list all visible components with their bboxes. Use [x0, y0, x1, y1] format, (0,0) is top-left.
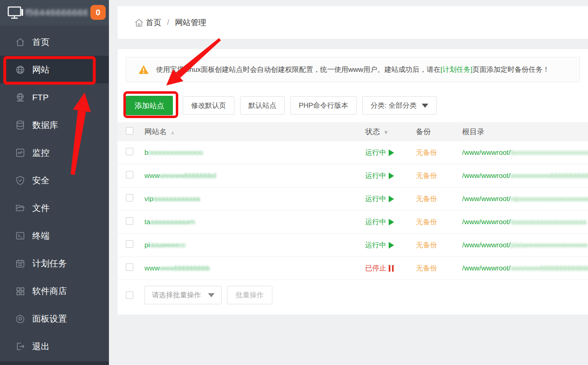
backup-link[interactable]: 无备份 — [416, 240, 462, 250]
row-checkbox[interactable] — [126, 194, 133, 201]
table-row: taaaaaaaaaaam 运行中 无备份 /www/wwwroot/taaaa… — [118, 211, 588, 234]
cron-tasks-link[interactable]: [计划任务] — [440, 66, 472, 73]
sidebar-item-files[interactable]: 文件 — [0, 194, 109, 222]
sidebar: f56446666666666 0 首页 网站 FTP 数据库 — [0, 0, 109, 365]
batch-actions-bar: 请选择批量操作 批量操作 — [126, 286, 588, 304]
warning-triangle-icon — [138, 65, 149, 75]
breadcrumb-separator: / — [167, 18, 169, 27]
sidebar-item-cron[interactable]: 计划任务 — [0, 249, 109, 277]
root-dir-link[interactable]: /www/wwwroot/taaaaaaaaaaaaaaaaaaa — [462, 218, 588, 226]
main-area: 首页 / 网站管理 使用宝塔Linux面板创建站点时会自动创建权限配置，统一使用… — [118, 0, 588, 365]
status-stopped[interactable]: 已停止 — [365, 263, 394, 273]
database-icon — [15, 120, 25, 130]
category-filter-dropdown[interactable]: 分类: 全部分类 — [362, 96, 437, 115]
root-dir-link[interactable]: /www/wwwroot/wwwwwwwwbbbbbbbbbbbbb — [462, 172, 588, 180]
breadcrumb: 首页 / 网站管理 — [118, 6, 588, 39]
sidebar-footer — [0, 361, 109, 365]
table-row: vipaaaaaaaaaaaa 运行中 无备份 /www/wwwroot/vip… — [118, 187, 588, 211]
table-row: boooooooooooooo 运行中 无备份 /www/wwwroot/boo… — [118, 141, 588, 164]
sidebar-item-label: 安全 — [32, 175, 50, 186]
sidebar-item-database[interactable]: 数据库 — [0, 111, 109, 139]
sidebar-item-logout[interactable]: 退出 — [0, 332, 109, 360]
play-icon — [389, 149, 394, 156]
column-header-backup: 备份 — [416, 127, 462, 137]
site-name-link[interactable]: vipaaaaaaaaaaaa — [144, 195, 365, 203]
root-dir-link[interactable]: /www/wwwroot/piaiaeeeeeeeeeeeeeeee — [462, 241, 588, 249]
row-checkbox[interactable] — [126, 217, 133, 225]
table-row: wwwwwwwwbbbbbbbd 运行中 无备份 /www/wwwroot/ww… — [118, 164, 588, 187]
sidebar-item-label: 退出 — [32, 341, 50, 352]
message-count-badge[interactable]: 0 — [90, 5, 106, 20]
site-name-link[interactable]: piaiaaeeeecc — [144, 241, 365, 249]
app-grid-icon — [15, 286, 25, 296]
sort-asc-icon[interactable]: ▲ — [170, 129, 175, 135]
site-name-link[interactable]: wwwwwwbbbbbbbbb — [144, 264, 365, 273]
root-dir-link[interactable]: /www/wwwroot/booooooooooooooooooooo — [462, 149, 588, 157]
site-name-link[interactable]: boooooooooooooo — [144, 149, 365, 157]
batch-action-dropdown[interactable]: 请选择批量操作 — [144, 286, 222, 304]
backup-link[interactable]: 无备份 — [416, 171, 462, 180]
table-row: wwwwwwbbbbbbbbb 已停止 无备份 /www/wwwroot/www… — [118, 257, 588, 280]
row-checkbox[interactable] — [126, 171, 133, 178]
shield-check-icon — [15, 175, 25, 185]
breadcrumb-home-link[interactable]: 首页 — [146, 17, 161, 28]
default-site-button[interactable]: 默认站点 — [240, 96, 285, 115]
status-running[interactable]: 运行中 — [365, 240, 394, 250]
play-icon — [389, 196, 394, 202]
toolbar: 添加站点 修改默认页 默认站点 PHP命令行版本 分类: 全部分类 — [126, 96, 588, 115]
sidebar-item-label: 文件 — [32, 202, 50, 214]
backup-link[interactable]: 无备份 — [416, 148, 462, 157]
root-dir-link[interactable]: /www/wwwroot/wwwwwwbbbbbbbbbbbbbb — [462, 264, 588, 273]
home-icon — [134, 18, 144, 28]
warning-text: 使用宝塔Linux面板创建站点时会自动创建权限配置，统一使用www用户。建站成功… — [156, 65, 550, 74]
sidebar-item-terminal[interactable]: 终端 — [0, 222, 109, 249]
play-icon — [389, 219, 394, 225]
backup-link[interactable]: 无备份 — [416, 194, 462, 204]
status-running[interactable]: 运行中 — [365, 194, 394, 204]
modify-default-page-button[interactable]: 修改默认页 — [183, 96, 234, 115]
sidebar-item-ftp[interactable]: FTP — [0, 83, 109, 111]
column-header-site-name[interactable]: 网站名 — [144, 128, 167, 136]
globe-icon — [15, 65, 25, 75]
row-checkbox[interactable] — [126, 263, 133, 271]
status-running[interactable]: 运行中 — [365, 171, 394, 180]
site-name-link[interactable]: taaaaaaaaaaam — [144, 218, 365, 226]
column-header-root-dir: 根目录 — [462, 127, 588, 137]
site-name-link[interactable]: wwwwwwwwbbbbbbbd — [144, 172, 365, 180]
row-checkbox[interactable] — [126, 148, 133, 155]
sort-desc-icon[interactable]: ▼ — [383, 129, 389, 135]
gear-icon — [15, 314, 25, 324]
batch-select-all-checkbox[interactable] — [126, 292, 133, 299]
sidebar-item-label: FTP — [32, 92, 49, 102]
add-site-button[interactable]: 添加站点 — [126, 96, 173, 115]
sidebar-item-appstore[interactable]: 软件商店 — [0, 277, 109, 305]
pause-icon — [389, 265, 394, 272]
chevron-down-icon — [422, 104, 428, 108]
calendar-icon — [15, 258, 25, 268]
php-cli-version-button[interactable]: PHP命令行版本 — [290, 96, 357, 115]
sidebar-item-settings[interactable]: 面板设置 — [0, 305, 109, 332]
select-all-checkbox[interactable] — [126, 127, 133, 135]
root-dir-link[interactable]: /www/wwwroot/vipaaaaaaaaaaaaaaaaaa — [462, 195, 588, 203]
sidebar-header: f56446666666666 0 — [0, 0, 109, 26]
chevron-down-icon — [208, 293, 215, 297]
row-checkbox[interactable] — [126, 240, 133, 248]
table-header-row: 网站名▲ 状态▼ 备份 根目录 — [118, 122, 588, 141]
backup-link[interactable]: 无备份 — [416, 217, 462, 227]
breadcrumb-current: 网站管理 — [175, 17, 206, 28]
status-running[interactable]: 运行中 — [365, 217, 394, 227]
column-header-status[interactable]: 状态 — [365, 128, 380, 136]
sidebar-item-label: 终端 — [32, 230, 50, 242]
account-name-blurred[interactable]: f56446666666666 — [26, 7, 87, 18]
sidebar-item-security[interactable]: 安全 — [0, 166, 109, 194]
table-row: piaiaaeeeecc 运行中 无备份 /www/wwwroot/piaiae… — [118, 234, 588, 257]
sidebar-item-home[interactable]: 首页 — [0, 28, 109, 56]
status-running[interactable]: 运行中 — [365, 148, 394, 157]
backup-link[interactable]: 无备份 — [416, 263, 462, 273]
sidebar-item-website[interactable]: 网站 — [0, 56, 109, 83]
batch-apply-button[interactable]: 批量操作 — [227, 286, 272, 304]
computer-icon — [7, 6, 24, 20]
sidebar-item-monitor[interactable]: 监控 — [0, 139, 109, 166]
terminal-icon — [15, 231, 25, 241]
folder-icon — [15, 203, 25, 213]
